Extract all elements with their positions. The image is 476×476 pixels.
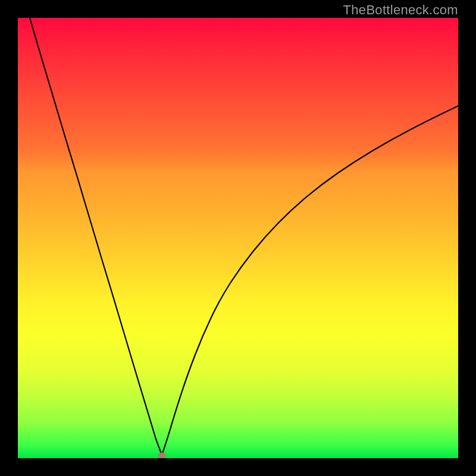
curve-right-branch <box>162 106 458 455</box>
plot-area <box>18 18 458 458</box>
watermark-text: TheBottleneck.com <box>343 2 458 18</box>
outer-frame: TheBottleneck.com <box>0 0 476 476</box>
curve-left-branch <box>30 18 162 455</box>
optimum-marker <box>158 453 166 458</box>
curve-svg <box>18 18 458 458</box>
